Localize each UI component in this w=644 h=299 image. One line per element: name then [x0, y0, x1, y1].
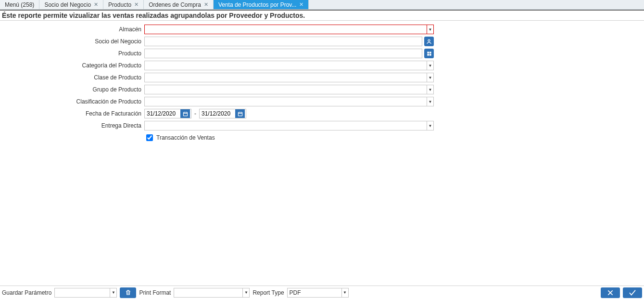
report-type-combo[interactable]: PDF ▼ [287, 288, 349, 298]
tab-ordenes-de-compra[interactable]: Ordenes de Compra ✕ [144, 0, 214, 9]
label-report-type: Report Type [253, 289, 284, 296]
label-fecha-facturacion: Fecha de Facturación [0, 110, 144, 117]
producto-lookup-button[interactable] [424, 49, 434, 58]
transaccion-ventas-checkbox-input[interactable] [146, 134, 153, 141]
partner-icon [426, 39, 432, 44]
transaccion-ventas-label: Transacción de Ventas [156, 134, 215, 141]
close-icon[interactable]: ✕ [299, 1, 303, 8]
date-range-dash: - [194, 110, 196, 117]
svg-rect-5 [183, 112, 187, 116]
grid-icon [427, 51, 432, 56]
calendar-icon[interactable] [235, 109, 245, 118]
svg-rect-4 [429, 53, 431, 55]
transaccion-ventas-checkbox[interactable]: Transacción de Ventas [144, 133, 215, 143]
socio-negocio-input[interactable] [144, 37, 422, 46]
entrega-directa-combo[interactable]: ▼ [144, 121, 434, 130]
svg-rect-2 [429, 52, 431, 53]
close-icon[interactable]: ✕ [134, 1, 139, 8]
label-clase-producto: Clase de Producto [0, 74, 144, 81]
label-socio-negocio: Socio del Negocio [0, 38, 144, 45]
clase-producto-combo[interactable]: ▼ [144, 73, 434, 82]
chevron-down-icon[interactable]: ▼ [427, 73, 433, 82]
chevron-down-icon[interactable]: ▼ [427, 121, 433, 130]
fecha-facturacion-from-input[interactable] [145, 109, 180, 118]
socio-negocio-lookup-button[interactable] [424, 37, 434, 46]
check-icon [628, 288, 637, 297]
categoria-producto-combo[interactable]: ▼ [144, 61, 434, 70]
delete-parametro-button[interactable] [120, 287, 136, 298]
label-almacen: Almacén [0, 26, 144, 33]
chevron-down-icon[interactable]: ▼ [341, 288, 348, 297]
svg-point-0 [428, 39, 430, 41]
clasificacion-producto-combo[interactable]: ▼ [144, 97, 434, 106]
svg-rect-1 [427, 52, 429, 53]
tab-menu[interactable]: Menú (258) [0, 0, 39, 9]
calendar-icon[interactable] [180, 109, 190, 118]
tab-bar: Menú (258) Socio del Negocio ✕ Producto … [0, 0, 644, 10]
close-icon[interactable]: ✕ [204, 1, 208, 8]
grupo-producto-combo[interactable]: ▼ [144, 85, 434, 94]
report-description: Éste reporte permite vizualizar las vent… [0, 10, 644, 21]
guardar-parametro-combo[interactable]: ▼ [54, 288, 117, 298]
tab-venta-productos-por-proveedor[interactable]: Venta de Productos por Prov... ✕ [214, 0, 309, 9]
fecha-facturacion-to[interactable] [199, 109, 246, 118]
tab-label: Ordenes de Compra [149, 1, 201, 8]
svg-rect-6 [238, 112, 242, 116]
footer-bar: Guardar Parámetro ▼ Print Format ▼ Repor… [0, 286, 644, 299]
chevron-down-icon[interactable]: ▼ [110, 288, 116, 297]
cancel-button[interactable] [601, 287, 620, 298]
svg-rect-3 [427, 53, 429, 55]
close-icon [606, 289, 614, 297]
chevron-down-icon[interactable]: ▼ [427, 61, 433, 70]
label-guardar-parametro: Guardar Parámetro [2, 289, 51, 296]
label-clasificacion-producto: Clasificación de Producto [0, 98, 144, 105]
tab-label: Producto [108, 1, 131, 8]
label-grupo-producto: Grupo de Producto [0, 86, 144, 93]
label-producto: Producto [0, 50, 144, 57]
tab-producto[interactable]: Producto ✕ [103, 0, 144, 9]
producto-input[interactable] [144, 49, 422, 58]
chevron-down-icon[interactable]: ▼ [427, 85, 433, 94]
tab-label: Menú (258) [5, 1, 34, 8]
almacen-combo[interactable]: ▼ [144, 25, 434, 34]
trash-icon [125, 289, 131, 296]
report-type-value: PDF [288, 289, 341, 296]
label-print-format: Print Format [139, 289, 171, 296]
tab-label: Venta de Productos por Prov... [218, 1, 297, 8]
chevron-down-icon[interactable]: ▼ [242, 288, 249, 297]
ok-button[interactable] [623, 287, 642, 298]
print-format-combo[interactable]: ▼ [174, 288, 250, 298]
fecha-facturacion-to-input[interactable] [200, 109, 235, 118]
chevron-down-icon[interactable]: ▼ [427, 25, 433, 34]
label-categoria-producto: Categoría del Producto [0, 62, 144, 69]
report-form: Almacén ▼ Socio del Negocio Producto [0, 21, 644, 144]
tab-socio-del-negocio[interactable]: Socio del Negocio ✕ [39, 0, 103, 9]
chevron-down-icon[interactable]: ▼ [427, 97, 433, 106]
label-entrega-directa: Entrega Directa [0, 122, 144, 129]
tab-label: Socio del Negocio [44, 1, 91, 8]
fecha-facturacion-from[interactable] [144, 109, 191, 118]
close-icon[interactable]: ✕ [94, 1, 98, 8]
